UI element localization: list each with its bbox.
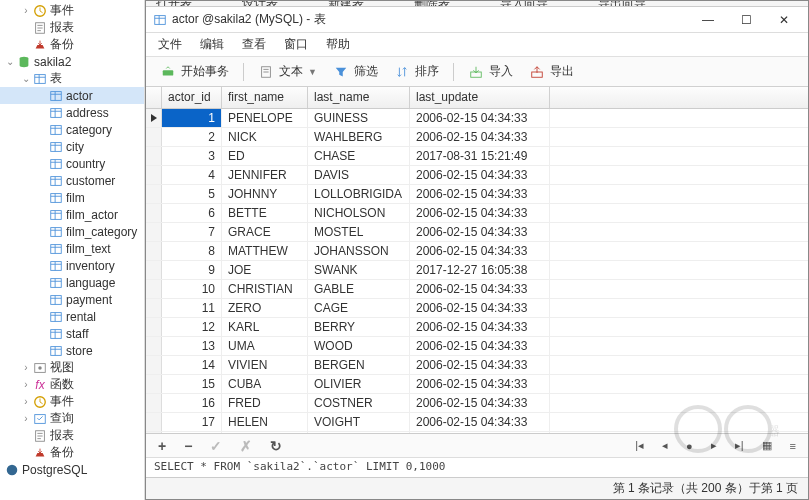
cell-actor-id[interactable]: 4 bbox=[162, 166, 222, 184]
grid-body[interactable]: 1PENELOPEGUINESS2006-02-15 04:34:332NICK… bbox=[146, 109, 808, 433]
tree-postgresql[interactable]: PostgreSQL bbox=[0, 461, 144, 478]
minimize-button[interactable]: — bbox=[698, 13, 718, 27]
cell-first-name[interactable]: GRACE bbox=[222, 223, 308, 241]
cell-last-update[interactable]: 2006-02-15 04:34:33 bbox=[410, 109, 550, 127]
cell-first-name[interactable]: ZERO bbox=[222, 299, 308, 317]
cell-first-name[interactable]: JOHNNY bbox=[222, 185, 308, 203]
cell-last-update[interactable]: 2006-02-15 04:34:33 bbox=[410, 337, 550, 355]
cell-first-name[interactable]: NICK bbox=[222, 128, 308, 146]
export-button[interactable]: 导出 bbox=[523, 61, 580, 82]
tree-table-rental[interactable]: rental bbox=[0, 308, 144, 325]
cell-last-update[interactable]: 2017-08-31 15:21:49 bbox=[410, 147, 550, 165]
cell-actor-id[interactable]: 2 bbox=[162, 128, 222, 146]
menu-view[interactable]: 查看 bbox=[242, 36, 266, 53]
cell-first-name[interactable]: MATTHEW bbox=[222, 242, 308, 260]
cell-actor-id[interactable]: 13 bbox=[162, 337, 222, 355]
tree-table-film[interactable]: film bbox=[0, 189, 144, 206]
table-row[interactable]: 6BETTENICHOLSON2006-02-15 04:34:33 bbox=[146, 204, 808, 223]
cell-last-update[interactable]: 2006-02-15 04:34:33 bbox=[410, 128, 550, 146]
cell-last-name[interactable]: WOOD bbox=[308, 337, 410, 355]
table-row[interactable]: 7GRACEMOSTEL2006-02-15 04:34:33 bbox=[146, 223, 808, 242]
tree-events2[interactable]: ›事件 bbox=[0, 393, 144, 410]
page-indicator-button[interactable]: ● bbox=[682, 440, 697, 452]
tree-reports2[interactable]: 报表 bbox=[0, 427, 144, 444]
table-row[interactable]: 11ZEROCAGE2006-02-15 04:34:33 bbox=[146, 299, 808, 318]
cell-actor-id[interactable]: 14 bbox=[162, 356, 222, 374]
cell-last-name[interactable]: GUINESS bbox=[308, 109, 410, 127]
tree-views[interactable]: ›视图 bbox=[0, 359, 144, 376]
prev-page-button[interactable]: ◂ bbox=[658, 439, 672, 452]
cell-actor-id[interactable]: 17 bbox=[162, 413, 222, 431]
cell-actor-id[interactable]: 3 bbox=[162, 147, 222, 165]
tree-table-customer[interactable]: customer bbox=[0, 172, 144, 189]
cell-last-name[interactable]: BERGEN bbox=[308, 356, 410, 374]
cell-actor-id[interactable]: 9 bbox=[162, 261, 222, 279]
cell-first-name[interactable]: PENELOPE bbox=[222, 109, 308, 127]
tree-table-actor[interactable]: actor bbox=[0, 87, 144, 104]
start-transaction-button[interactable]: 开始事务 bbox=[154, 61, 235, 82]
menu-window[interactable]: 窗口 bbox=[284, 36, 308, 53]
tree-table-film_actor[interactable]: film_actor bbox=[0, 206, 144, 223]
table-row[interactable]: 3EDCHASE2017-08-31 15:21:49 bbox=[146, 147, 808, 166]
cell-last-update[interactable]: 2017-12-27 16:05:38 bbox=[410, 261, 550, 279]
cell-first-name[interactable]: JOE bbox=[222, 261, 308, 279]
tree-table-city[interactable]: city bbox=[0, 138, 144, 155]
import-button[interactable]: 导入 bbox=[462, 61, 519, 82]
tree-backups2[interactable]: 备份 bbox=[0, 444, 144, 461]
tree-table-language[interactable]: language bbox=[0, 274, 144, 291]
tree-reports[interactable]: 报表 bbox=[0, 19, 144, 36]
cell-last-name[interactable]: BERRY bbox=[308, 318, 410, 336]
refresh-button[interactable]: ↻ bbox=[266, 438, 286, 454]
cell-first-name[interactable]: FRED bbox=[222, 394, 308, 412]
cell-last-update[interactable]: 2006-02-15 04:34:33 bbox=[410, 280, 550, 298]
tree-db-sakila2[interactable]: ⌄sakila2 bbox=[0, 53, 144, 70]
cell-first-name[interactable]: JENNIFER bbox=[222, 166, 308, 184]
tree-backups[interactable]: 备份 bbox=[0, 36, 144, 53]
tree-table-store[interactable]: store bbox=[0, 342, 144, 359]
cell-actor-id[interactable]: 5 bbox=[162, 185, 222, 203]
next-page-button[interactable]: ▸ bbox=[707, 439, 721, 452]
menu-file[interactable]: 文件 bbox=[158, 36, 182, 53]
table-row[interactable]: 15CUBAOLIVIER2006-02-15 04:34:33 bbox=[146, 375, 808, 394]
col-last-update[interactable]: last_update bbox=[410, 87, 550, 108]
cell-last-name[interactable]: COSTNER bbox=[308, 394, 410, 412]
cell-first-name[interactable]: VIVIEN bbox=[222, 356, 308, 374]
tree-table-staff[interactable]: staff bbox=[0, 325, 144, 342]
cell-last-name[interactable]: MOSTEL bbox=[308, 223, 410, 241]
cell-first-name[interactable]: CHRISTIAN bbox=[222, 280, 308, 298]
tree-table-address[interactable]: address bbox=[0, 104, 144, 121]
cell-first-name[interactable]: HELEN bbox=[222, 413, 308, 431]
cell-last-update[interactable]: 2006-02-15 04:34:33 bbox=[410, 299, 550, 317]
table-row[interactable]: 2NICKWAHLBERG2006-02-15 04:34:33 bbox=[146, 128, 808, 147]
tree-table-category[interactable]: category bbox=[0, 121, 144, 138]
col-first-name[interactable]: first_name bbox=[222, 87, 308, 108]
table-row[interactable]: 14VIVIENBERGEN2006-02-15 04:34:33 bbox=[146, 356, 808, 375]
cell-last-name[interactable]: LOLLOBRIGIDA bbox=[308, 185, 410, 203]
cell-actor-id[interactable]: 12 bbox=[162, 318, 222, 336]
tree-table-country[interactable]: country bbox=[0, 155, 144, 172]
cell-last-name[interactable]: OLIVIER bbox=[308, 375, 410, 393]
grid-menu-button[interactable]: ≡ bbox=[786, 440, 800, 452]
cell-last-name[interactable]: NICHOLSON bbox=[308, 204, 410, 222]
tree-queries[interactable]: ›查询 bbox=[0, 410, 144, 427]
menu-edit[interactable]: 编辑 bbox=[200, 36, 224, 53]
grid-settings-button[interactable]: ▦ bbox=[758, 439, 776, 452]
cell-last-name[interactable]: WAHLBERG bbox=[308, 128, 410, 146]
tree-table-film_category[interactable]: film_category bbox=[0, 223, 144, 240]
tree-events[interactable]: ›事件 bbox=[0, 2, 144, 19]
table-row[interactable]: 10CHRISTIANGABLE2006-02-15 04:34:33 bbox=[146, 280, 808, 299]
confirm-button[interactable]: ✓ bbox=[206, 438, 226, 454]
cell-first-name[interactable]: KARL bbox=[222, 318, 308, 336]
cell-last-update[interactable]: 2006-02-15 04:34:33 bbox=[410, 242, 550, 260]
cell-first-name[interactable]: ED bbox=[222, 147, 308, 165]
table-row[interactable]: 12KARLBERRY2006-02-15 04:34:33 bbox=[146, 318, 808, 337]
table-row[interactable]: 5JOHNNYLOLLOBRIGIDA2006-02-15 04:34:33 bbox=[146, 185, 808, 204]
first-page-button[interactable]: |◂ bbox=[631, 439, 648, 452]
cell-last-update[interactable]: 2006-02-15 04:34:33 bbox=[410, 185, 550, 203]
cell-last-name[interactable]: GABLE bbox=[308, 280, 410, 298]
cell-last-update[interactable]: 2006-02-15 04:34:33 bbox=[410, 356, 550, 374]
cancel-edit-button[interactable]: ✗ bbox=[236, 438, 256, 454]
table-row[interactable]: 17HELENVOIGHT2006-02-15 04:34:33 bbox=[146, 413, 808, 432]
tree-table-inventory[interactable]: inventory bbox=[0, 257, 144, 274]
cell-actor-id[interactable]: 7 bbox=[162, 223, 222, 241]
